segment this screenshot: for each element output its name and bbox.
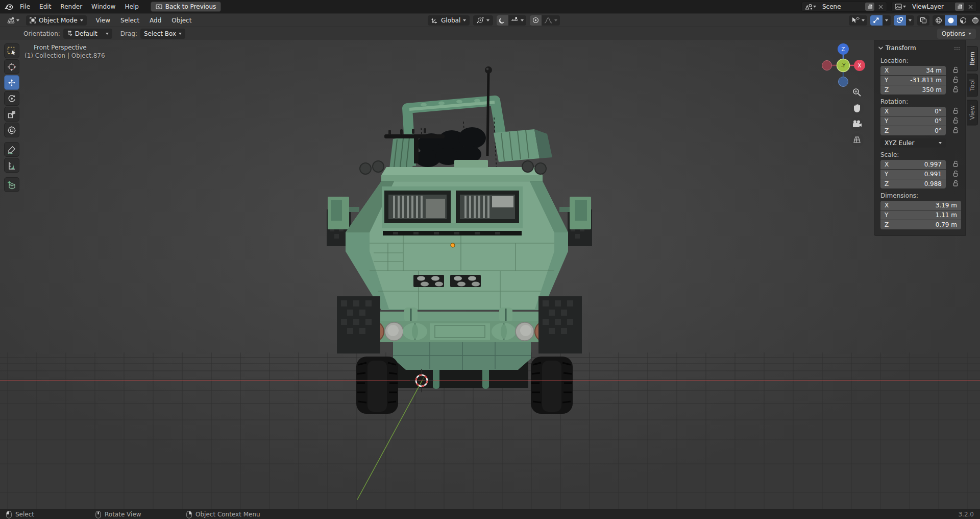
chevron-down-icon bbox=[862, 19, 865, 21]
falloff-curve-icon bbox=[544, 17, 552, 23]
xray-toggle[interactable] bbox=[917, 15, 929, 26]
orientation-default-dropdown[interactable]: Default bbox=[63, 29, 112, 39]
snap-toggle[interactable] bbox=[497, 15, 508, 26]
transform-orientation-dropdown[interactable]: Global bbox=[428, 15, 470, 26]
dimensions-z-field[interactable]: Z0.79 m bbox=[880, 220, 961, 229]
dimensions-x-field[interactable]: X3.19 m bbox=[880, 201, 961, 210]
lock-icon[interactable] bbox=[952, 76, 959, 85]
options-dropdown[interactable]: Options bbox=[937, 29, 976, 39]
viewlayer-selector[interactable]: ViewLayer bbox=[891, 2, 977, 12]
drag-value: Select Box bbox=[144, 30, 176, 37]
back-to-previous-label: Back to Previous bbox=[165, 3, 216, 10]
tool-add-cube[interactable] bbox=[4, 177, 19, 192]
new-scene-button[interactable] bbox=[865, 3, 874, 11]
menu-help[interactable]: Help bbox=[120, 2, 143, 12]
menu-select[interactable]: Select bbox=[115, 17, 144, 24]
location-y-field[interactable]: Y-31.811 m bbox=[880, 76, 946, 85]
proportional-edit-toggle[interactable] bbox=[530, 15, 542, 26]
lock-icon[interactable] bbox=[952, 170, 959, 179]
unlink-scene-button[interactable] bbox=[876, 3, 885, 11]
lock-icon[interactable] bbox=[952, 160, 959, 169]
tab-tool[interactable]: Tool bbox=[967, 74, 978, 97]
shading-material-button[interactable] bbox=[957, 15, 969, 26]
viewport-3d-model[interactable] bbox=[316, 56, 602, 414]
back-to-previous-button[interactable]: Back to Previous bbox=[151, 2, 222, 12]
tool-transform[interactable] bbox=[4, 123, 19, 137]
rotation-x-field[interactable]: X0° bbox=[880, 107, 946, 116]
blender-version: 3.2.0 bbox=[958, 509, 974, 519]
proportional-circle-icon bbox=[532, 17, 539, 23]
rotation-mode-dropdown[interactable]: XYZ Euler bbox=[880, 138, 946, 148]
gizmo-axis-neg-x[interactable] bbox=[822, 61, 832, 70]
location-z-field[interactable]: Z350 m bbox=[880, 85, 946, 95]
lock-icon[interactable] bbox=[952, 117, 959, 126]
right-mouse-icon bbox=[186, 511, 192, 518]
dimensions-y-field[interactable]: Y1.11 m bbox=[880, 210, 961, 220]
active-object-label: (1) Collection | Object.876 bbox=[24, 52, 105, 59]
menu-file[interactable]: File bbox=[15, 2, 35, 12]
overlays-dropdown[interactable] bbox=[906, 15, 914, 26]
shading-rendered-button[interactable] bbox=[969, 15, 980, 26]
chevron-down-icon bbox=[179, 33, 182, 35]
location-x-field[interactable]: X34 m bbox=[880, 66, 946, 75]
camera-view-button[interactable] bbox=[850, 117, 864, 131]
menu-render[interactable]: Render bbox=[56, 2, 87, 12]
menu-view[interactable]: View bbox=[91, 17, 115, 24]
rotation-fields: X0° Y0° Z0° bbox=[880, 107, 946, 135]
tool-scale[interactable] bbox=[4, 107, 19, 122]
lock-icon[interactable] bbox=[952, 66, 959, 75]
shading-solid-button[interactable] bbox=[945, 15, 957, 26]
menu-object[interactable]: Object bbox=[166, 17, 197, 24]
drag-grip-icon[interactable] bbox=[954, 46, 961, 50]
lock-icon[interactable] bbox=[952, 86, 959, 95]
3d-viewport[interactable]: Front Perspective (1) Collection | Objec… bbox=[0, 40, 980, 509]
rendered-sphere-icon bbox=[972, 17, 979, 24]
scale-x-field[interactable]: X0.997 bbox=[880, 160, 946, 169]
mode-dropdown[interactable]: Object Mode bbox=[26, 15, 87, 26]
tool-select-box[interactable] bbox=[4, 43, 19, 58]
shading-wireframe-button[interactable] bbox=[933, 15, 945, 26]
status-bar: Select Rotate View Object Context Menu 3… bbox=[0, 509, 980, 519]
scene-selector[interactable]: Scene bbox=[801, 2, 887, 12]
lock-icon[interactable] bbox=[952, 107, 959, 116]
transform-panel-header[interactable]: Transform bbox=[874, 43, 965, 55]
rotation-y-field[interactable]: Y0° bbox=[880, 116, 946, 126]
scale-z-field[interactable]: Z0.988 bbox=[880, 179, 946, 188]
show-overlays-toggle[interactable] bbox=[894, 15, 906, 26]
viewlayer-name[interactable]: ViewLayer bbox=[908, 3, 955, 10]
lock-icon[interactable] bbox=[952, 180, 959, 188]
menu-add[interactable]: Add bbox=[144, 17, 166, 24]
new-viewlayer-button[interactable] bbox=[955, 3, 964, 11]
show-gizmo-toggle[interactable] bbox=[870, 15, 883, 26]
left-mouse-icon bbox=[6, 511, 12, 518]
gizmo-dropdown[interactable] bbox=[883, 15, 891, 26]
tab-item[interactable]: Item bbox=[967, 46, 978, 71]
scale-fields: X0.997 Y0.991 Z0.988 bbox=[880, 160, 946, 188]
zoom-button[interactable] bbox=[850, 86, 864, 99]
pan-hand-button[interactable] bbox=[850, 102, 864, 115]
tool-measure[interactable] bbox=[4, 158, 19, 173]
tool-cursor[interactable] bbox=[4, 59, 19, 74]
scale-y-field[interactable]: Y0.991 bbox=[880, 170, 946, 179]
chevron-down-icon bbox=[80, 19, 83, 21]
tool-annotate[interactable] bbox=[4, 142, 19, 157]
blender-logo-icon[interactable] bbox=[3, 2, 14, 11]
editor-type-button[interactable] bbox=[4, 15, 22, 26]
tool-move[interactable] bbox=[4, 75, 19, 90]
gizmo-axis-neg-z[interactable] bbox=[839, 77, 848, 87]
scene-name[interactable]: Scene bbox=[818, 3, 865, 10]
show-object-types-dropdown[interactable] bbox=[849, 15, 867, 26]
menu-edit[interactable]: Edit bbox=[35, 2, 56, 12]
menu-window[interactable]: Window bbox=[87, 2, 120, 12]
tab-view[interactable]: View bbox=[967, 100, 978, 125]
proportional-falloff-dropdown[interactable] bbox=[542, 15, 560, 26]
perspective-toggle-button[interactable] bbox=[850, 133, 864, 147]
viewport-nav-buttons bbox=[847, 86, 867, 152]
snap-target-dropdown[interactable] bbox=[508, 15, 526, 26]
pivot-point-dropdown[interactable] bbox=[473, 15, 493, 26]
tool-rotate[interactable] bbox=[4, 91, 19, 106]
lock-icon[interactable] bbox=[952, 127, 959, 135]
drag-mode-dropdown[interactable]: Select Box bbox=[140, 29, 185, 39]
rotation-z-field[interactable]: Z0° bbox=[880, 126, 946, 135]
remove-viewlayer-button[interactable] bbox=[966, 3, 975, 11]
